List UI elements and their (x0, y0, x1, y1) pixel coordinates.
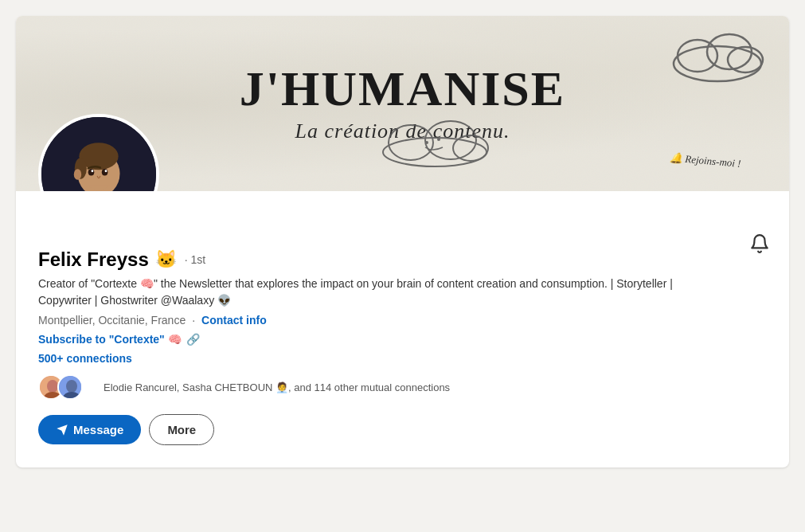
connection-degree: · 1st (185, 253, 205, 266)
mutual-avatar-stack (38, 374, 83, 400)
banner-title: J'HUMANISE (240, 64, 565, 113)
mutual-connections: Elodie Rancurel, Sasha CHETBOUN 🧑‍💼, and… (38, 374, 767, 400)
location-row: Montpellier, Occitanie, France · Contact… (38, 314, 767, 327)
profile-banner: J'HUMANISE La création de contenu. Rejoi… (16, 16, 789, 191)
subscribe-label: Subscribe to "Cortexte" 🧠 (38, 333, 182, 346)
location-text: Montpellier, Occitanie, France (38, 314, 186, 327)
cat-emoji: 🐱 (155, 249, 177, 270)
svg-point-9 (437, 138, 440, 141)
svg-point-8 (425, 141, 428, 144)
profile-headline: Creator of "Cortexte 🧠" the Newsletter t… (38, 276, 723, 309)
svg-point-17 (88, 169, 95, 176)
avatar-wrapper (38, 114, 159, 191)
external-link-icon: 🔗 (186, 333, 200, 346)
svg-point-20 (105, 170, 107, 172)
avatar (38, 114, 159, 191)
svg-point-18 (102, 169, 108, 176)
cloud-decoration-center (379, 120, 490, 171)
svg-point-7 (453, 135, 488, 161)
contact-info-link[interactable]: Contact info (201, 314, 267, 327)
svg-point-19 (92, 170, 94, 172)
message-icon (56, 424, 68, 436)
profile-name: Felix Freyss (38, 248, 149, 271)
profile-info-section: Felix Freyss 🐱 · 1st Creator of "Cortext… (16, 191, 789, 467)
svg-point-23 (47, 380, 58, 393)
connections-link[interactable]: 500+ connections (38, 352, 767, 365)
message-button-label: Message (73, 423, 123, 436)
dot-separator: · (192, 314, 195, 327)
svg-point-16 (74, 169, 81, 179)
svg-point-26 (66, 380, 77, 393)
mutual-connections-text: Elodie Rancurel, Sasha CHETBOUN 🧑‍💼, and… (104, 381, 450, 393)
profile-card: J'HUMANISE La création de contenu. Rejoi… (16, 16, 789, 467)
notification-bell-button[interactable] (744, 229, 775, 259)
mutual-avatar-2 (57, 374, 83, 400)
action-buttons: Message More (38, 414, 767, 445)
message-button[interactable]: Message (38, 415, 141, 444)
name-row: Felix Freyss 🐱 · 1st (38, 248, 767, 271)
more-button[interactable]: More (149, 414, 214, 445)
subscribe-link[interactable]: Subscribe to "Cortexte" 🧠 🔗 (38, 333, 767, 346)
